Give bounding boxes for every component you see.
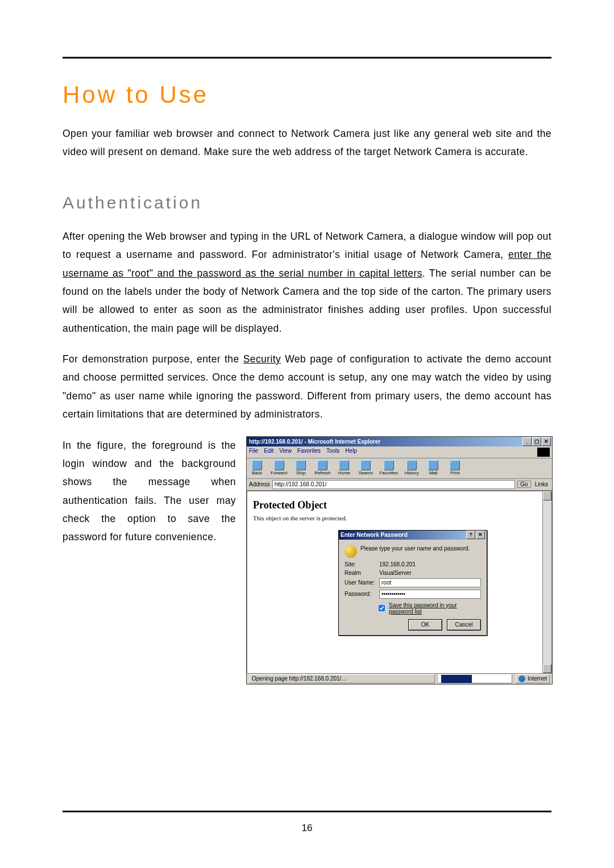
menu-view[interactable]: View (279, 448, 292, 457)
para2-underline: Security (243, 353, 281, 365)
username-input[interactable] (379, 578, 481, 587)
home-button[interactable]: Home (336, 460, 352, 475)
minimize-button[interactable]: _ (522, 437, 532, 446)
menu-fav[interactable]: Favorites (297, 448, 321, 457)
back-button[interactable]: Back (249, 460, 265, 475)
menu-bar: File Edit View Favorites Tools Help (247, 446, 552, 458)
password-input[interactable] (379, 590, 481, 599)
search-button[interactable]: Search (358, 460, 374, 475)
page-title: How to Use (63, 81, 551, 108)
page-content: Protected Object This object on the serv… (247, 491, 552, 674)
section-heading: Authentication (63, 193, 551, 212)
dialog-close-button[interactable]: ✕ (476, 531, 485, 539)
zone-label: Internet (528, 675, 547, 682)
refresh-button[interactable]: Refresh (314, 460, 330, 475)
cancel-button[interactable]: Cancel (447, 619, 481, 631)
menu-tools[interactable]: Tools (326, 448, 339, 457)
refresh-icon (317, 460, 327, 470)
dialog-help-button[interactable]: ? (466, 531, 475, 539)
home-icon (339, 460, 349, 470)
protected-message: This object on the server is protected. (253, 515, 546, 521)
back-icon (252, 460, 262, 470)
menu-help[interactable]: Help (345, 448, 357, 457)
menu-edit[interactable]: Edit (264, 448, 273, 457)
address-bar: Address Go Links (247, 479, 552, 491)
key-icon (345, 545, 357, 558)
intro-paragraph: Open your familiar web browser and conne… (63, 124, 551, 161)
history-icon (406, 460, 417, 470)
mail-icon (428, 460, 438, 470)
progress-bar (438, 674, 512, 683)
auth-paragraph-2: For demonstration purpose, enter the Sec… (63, 350, 551, 424)
auth-paragraph-1: After opening the Web browser and typing… (63, 227, 551, 337)
password-label: Password: (345, 591, 376, 597)
toolbar: Back Forward Stop Refresh Home Search Fa… (247, 458, 552, 479)
figure-paragraph: In the figure, the foreground is the log… (63, 436, 236, 546)
history-button[interactable]: History (404, 460, 420, 475)
forward-icon (274, 460, 284, 470)
status-text: Opening page http://192.168.0.201/… (249, 674, 435, 683)
mail-button[interactable]: Mail (425, 460, 441, 475)
page-number: 16 (63, 823, 551, 834)
stop-icon (296, 460, 306, 470)
close-button[interactable]: ✕ (542, 437, 551, 446)
maximize-button[interactable]: ▢ (532, 437, 541, 446)
dialog-title: Enter Network Password (341, 532, 408, 538)
status-bar: Opening page http://192.168.0.201/… Inte… (247, 674, 552, 684)
address-input[interactable] (272, 480, 516, 489)
favorites-icon (384, 460, 394, 470)
window-title: http://192.168.0.201/ - Microsoft Intern… (249, 439, 380, 445)
login-dialog: Enter Network Password ? ✕ Please type y… (338, 530, 487, 636)
para1-a: After opening the Web browser and typing… (63, 231, 551, 260)
protected-heading: Protected Object (253, 499, 546, 511)
username-label: User Name: (345, 579, 376, 586)
links-label[interactable]: Links (533, 481, 550, 487)
browser-window: http://192.168.0.201/ - Microsoft Intern… (246, 436, 553, 685)
favorites-button[interactable]: Favorites (379, 460, 398, 475)
go-button[interactable]: Go (517, 481, 530, 488)
print-button[interactable]: Print (447, 460, 463, 475)
dialog-hint: Please type your user name and password. (360, 545, 470, 558)
ie-logo-icon (537, 448, 550, 457)
dialog-titlebar: Enter Network Password ? ✕ (339, 531, 487, 540)
search-icon (360, 460, 371, 470)
address-label: Address (249, 481, 270, 487)
forward-button[interactable]: Forward (271, 460, 287, 475)
window-titlebar: http://192.168.0.201/ - Microsoft Intern… (247, 437, 552, 446)
ok-button[interactable]: OK (408, 619, 442, 631)
menu-file[interactable]: File (249, 448, 258, 457)
save-password-checkbox[interactable] (379, 605, 385, 611)
top-rule (63, 57, 551, 59)
site-value: 192.168.0.201 (379, 561, 416, 567)
stop-button[interactable]: Stop (293, 460, 309, 475)
zone-pane: Internet (516, 674, 550, 683)
para2-a: For demonstration purpose, enter the (63, 353, 243, 365)
vertical-scrollbar[interactable] (542, 491, 551, 673)
save-password-label: Save this password in your password list (389, 602, 481, 615)
bottom-rule (63, 811, 551, 812)
site-label: Site: (345, 561, 376, 567)
realm-label: Realm (345, 570, 376, 576)
realm-value: VisualServer (379, 570, 412, 576)
internet-zone-icon (518, 675, 525, 682)
print-icon (450, 460, 460, 470)
